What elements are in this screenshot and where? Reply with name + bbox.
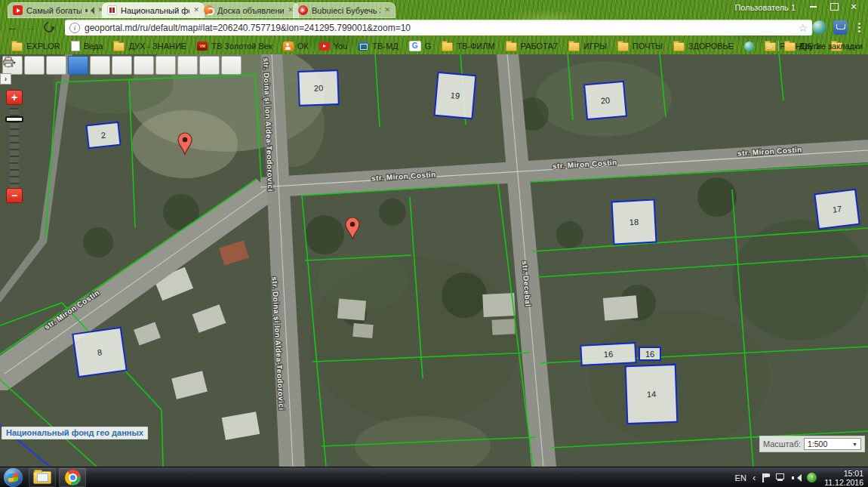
bookmark-item-ТВ Золотой Век[interactable]: VMТВ Золотой Век <box>192 39 278 53</box>
tab-4[interactable]: Bubuieci Бубуечь 3 км о ✕ <box>293 2 396 18</box>
tab-close-icon[interactable]: ✕ <box>384 7 390 14</box>
scale-label: Масштаб: <box>763 439 801 448</box>
bookmark-item-ЗДОРОВЬЕ[interactable]: ЗДОРОВЬЕ <box>668 39 739 53</box>
print-tool-button[interactable] <box>221 56 242 75</box>
zoom-out-button[interactable]: − <box>6 188 23 203</box>
action-center-flag-icon[interactable] <box>762 473 770 482</box>
bookmark-label: G <box>425 42 432 51</box>
tray-expand-icon[interactable]: ‹ <box>753 472 756 483</box>
chevron-down-icon: ▼ <box>852 442 857 447</box>
building-number: 17 <box>832 204 842 214</box>
tab-2-active[interactable]: Национальный фонд ге ✕ <box>102 2 205 18</box>
clock-time: 15:01 <box>844 469 863 478</box>
building-18: 18 <box>612 200 657 245</box>
youtube-icon <box>319 42 330 51</box>
maximize-button[interactable] <box>826 2 842 12</box>
bookmark-label: EXPLOR <box>26 42 60 51</box>
bookmark-label: ТВ-ФИЛМ <box>457 42 494 51</box>
zoom-in-button[interactable]: + <box>6 90 23 105</box>
tab-title: Доска объявлений - 99 <box>217 6 284 15</box>
youtube-favicon-icon <box>13 5 23 15</box>
network-icon[interactable] <box>776 473 786 482</box>
bookmark-item-ДУХ - ЗНАНИЕ[interactable]: ДУХ - ЗНАНИЕ <box>108 39 192 53</box>
building-20: 20 <box>298 70 339 106</box>
bookmark-item-ИГРЫ[interactable]: ИГРЫ <box>563 39 612 53</box>
vm-icon: VM <box>197 42 208 51</box>
update-tray-icon[interactable]: ↑ <box>807 473 817 482</box>
bookmarks-bar-right: » Другие закладки <box>760 38 868 54</box>
bookmark-item-Веда[interactable]: Веда <box>66 39 109 53</box>
browser-menu-button[interactable] <box>854 21 864 34</box>
volume-icon[interactable] <box>792 473 801 482</box>
search-tool-button[interactable] <box>90 56 110 75</box>
attribution-label: Национальный фонд гео данных <box>2 427 148 439</box>
map-canvas[interactable]: 201920217188161614 str. Miron Costinstr.… <box>0 54 868 467</box>
bookmark-item-EXPLOR[interactable]: EXPLOR <box>6 39 66 53</box>
folder-icon <box>568 42 580 51</box>
building-8: 8 <box>72 328 126 377</box>
other-bookmarks-label: Другие закладки <box>799 42 863 51</box>
building-16: 16 <box>639 347 660 360</box>
bookmark-label: ДУХ - ЗНАНИЕ <box>128 42 186 51</box>
building-19: 19 <box>435 72 476 119</box>
page-info-icon[interactable]: i <box>69 23 80 33</box>
scale-control: Масштаб: 1:500 ▼ <box>759 436 865 452</box>
bookmark-item-РАБОТА7[interactable]: РАБОТА7 <box>500 39 563 53</box>
folder-icon <box>673 42 685 51</box>
back-button[interactable]: ← <box>5 19 21 35</box>
tab-1[interactable]: Самый богатый чело ✕ <box>8 2 109 18</box>
measure-tool-button[interactable] <box>112 56 132 75</box>
address-bar[interactable]: i geoportal.md/ru/default/map#lat=206240… <box>65 20 812 35</box>
profile-name-label[interactable]: Пользователь 1 <box>734 3 796 12</box>
taskbar-chrome-button[interactable] <box>59 468 86 487</box>
taskbar-clock[interactable]: 15:01 11.12.2016 <box>824 469 863 487</box>
refresh-icon <box>42 20 57 35</box>
building-number: 18 <box>629 217 639 227</box>
bookmark-item[interactable] <box>739 39 759 53</box>
route-tool-button[interactable] <box>199 56 220 75</box>
bookmark-item-ОК[interactable]: ОК <box>278 39 314 53</box>
bookmark-label: ЗДОРОВЬЕ <box>688 42 734 51</box>
language-indicator[interactable]: EN <box>735 473 746 482</box>
sidebar-expand-button[interactable]: › <box>0 73 11 85</box>
coordinates-tool-button[interactable] <box>134 56 154 75</box>
extension-globe-icon[interactable] <box>812 20 826 35</box>
tab-3[interactable]: Доска объявлений - 99 ✕ <box>199 2 299 18</box>
geoportal-favicon-icon <box>107 5 117 15</box>
scale-select[interactable]: 1:500 ▼ <box>804 438 861 450</box>
tab-audio-icon <box>85 7 94 14</box>
identify-tool-button[interactable] <box>68 56 88 75</box>
building-number: 14 <box>647 390 657 399</box>
bookmark-item-G[interactable]: GG <box>404 39 437 53</box>
refresh-button[interactable] <box>41 19 57 35</box>
map-viewport[interactable]: 201920217188161614 str. Miron Costinstr.… <box>0 54 868 467</box>
bookmarks-overflow-button[interactable]: » <box>760 41 777 52</box>
bookmark-star-icon[interactable]: ☆ <box>798 23 808 33</box>
bookmark-item-ТВ-ФИЛМ[interactable]: ТВ-ФИЛМ <box>436 39 500 53</box>
minimize-button[interactable] <box>805 2 821 12</box>
bookmark-label: РАБОТА7 <box>521 42 558 51</box>
tab-title: Самый богатый чело <box>26 6 82 15</box>
pan-extent-tool-button[interactable] <box>46 56 66 75</box>
bookmark-item-ТВ-МД[interactable]: ТВ-МД <box>352 39 403 53</box>
other-bookmarks-button[interactable]: Другие закладки <box>779 39 868 53</box>
building-14: 14 <box>626 365 678 424</box>
bookmark-label: ИГРЫ <box>583 42 607 51</box>
start-button[interactable] <box>4 468 23 487</box>
flag-tool-button[interactable] <box>177 56 198 75</box>
extension-cart-icon[interactable] <box>833 20 848 35</box>
area-tool-button[interactable] <box>155 56 176 75</box>
bookmark-item-ПОЧТЫ[interactable]: ПОЧТЫ <box>612 39 668 53</box>
zoom-slider-handle[interactable] <box>5 116 23 122</box>
desktop: 201920217188161614 str. Miron Costinstr.… <box>0 0 868 487</box>
tab-title: Национальный фонд ге <box>121 6 189 15</box>
close-window-button[interactable]: ✕ <box>845 2 862 12</box>
forward-button[interactable]: → <box>23 19 39 35</box>
zoom-box-tool-button[interactable] <box>24 56 45 75</box>
folder-icon <box>113 42 125 51</box>
bookmark-item-You[interactable]: You <box>314 39 353 53</box>
taskbar-explorer-button[interactable] <box>29 468 56 487</box>
scale-value: 1:500 <box>808 439 827 448</box>
tab-title: Bubuieci Бубуечь 3 км о <box>312 6 380 15</box>
bubuieci-favicon-icon <box>298 5 308 15</box>
